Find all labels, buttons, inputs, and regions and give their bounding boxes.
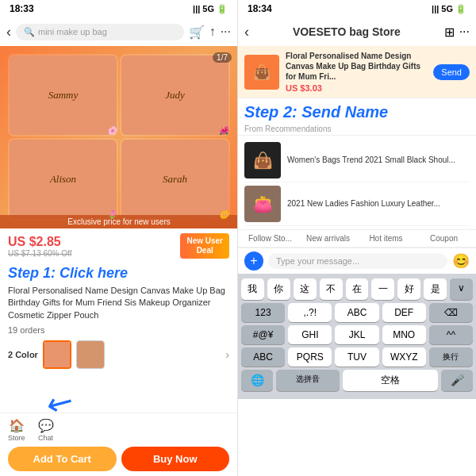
cart-icon[interactable]: 🛒 bbox=[189, 25, 205, 40]
search-input[interactable]: 🔍 mini make up bag bbox=[16, 24, 184, 40]
key-expand[interactable]: ∨ bbox=[450, 278, 473, 300]
tab-coupon-label: Coupon bbox=[430, 234, 458, 243]
key-caret[interactable]: ^^ bbox=[429, 325, 473, 344]
new-user-badge: New User Deal bbox=[180, 233, 229, 259]
store-title: VOESETO bag Store bbox=[255, 25, 438, 38]
chat-icon: 💬 bbox=[38, 418, 54, 433]
color-swatch-1[interactable] bbox=[43, 340, 71, 369]
share-icon[interactable]: ↑ bbox=[209, 25, 216, 39]
tab-follow-store-label: Follow Sto... bbox=[248, 234, 292, 243]
product-name-2: 2021 New Ladies Fashion Luxury Leather..… bbox=[287, 198, 440, 209]
left-back-button[interactable]: ‹ bbox=[6, 24, 11, 40]
swatch-inner-2 bbox=[77, 341, 104, 368]
key-ghi[interactable]: GHI bbox=[288, 325, 332, 344]
tab-follow-store[interactable]: Follow Sto... bbox=[241, 230, 299, 247]
color-swatch-2[interactable] bbox=[76, 340, 105, 369]
product-thumb-1: 👜 bbox=[244, 142, 281, 178]
key-mic[interactable]: 🎤 bbox=[441, 370, 473, 391]
right-back-button[interactable]: ‹ bbox=[244, 24, 249, 40]
list-item[interactable]: 👜 Women's Bags Trend 2021 Small Black Sh… bbox=[244, 139, 470, 182]
image-counter: 1/7 bbox=[213, 52, 232, 63]
chat-label: Chat bbox=[38, 434, 53, 442]
add-message-button[interactable]: + bbox=[244, 251, 263, 271]
key-mno[interactable]: MNO bbox=[382, 325, 426, 344]
tabs-row: Follow Sto... New arrivals Hot items Cou… bbox=[238, 229, 476, 248]
step2-label: Step 2: Send Name bbox=[238, 98, 476, 123]
key-backspace[interactable]: ⌫ bbox=[429, 303, 473, 322]
key-pqrs[interactable]: PQRS bbox=[288, 347, 332, 367]
key-def[interactable]: DEF bbox=[382, 303, 426, 322]
key-tuv[interactable]: TUV bbox=[335, 347, 378, 367]
promo-bag-icon: 👜 bbox=[253, 63, 271, 81]
right-network: 5G bbox=[441, 4, 453, 13]
product-title: Floral Personalised Name Design Canvas M… bbox=[0, 283, 237, 323]
key-wxyz[interactable]: WXYZ bbox=[382, 347, 426, 367]
color-row: 2 Color › bbox=[0, 337, 237, 372]
promo-product-image: 👜 bbox=[244, 55, 279, 90]
buy-now-button[interactable]: Buy Now bbox=[121, 447, 230, 471]
tab-new-arrivals-label: New arrivals bbox=[306, 234, 350, 243]
right-status-icons: ||| 5G 🔋 bbox=[432, 4, 466, 14]
key-shi[interactable]: 是 bbox=[424, 278, 447, 300]
tab-coupon[interactable]: Coupon bbox=[415, 230, 473, 247]
bag-name-judy: Judy bbox=[165, 89, 185, 102]
left-panel: 18:33 ||| 5G 🔋 ‹ 🔍 mini make up bag 🛒 ↑ … bbox=[0, 0, 238, 476]
exclusive-banner: Exclusive price for new users bbox=[0, 215, 238, 228]
tab-hot-items[interactable]: Hot items bbox=[357, 230, 415, 247]
left-battery-icon: 🔋 bbox=[217, 4, 228, 14]
key-yi[interactable]: 一 bbox=[371, 278, 394, 300]
product-image-area: Sammy 🌸 Judy 🌺 Alison 🌷 Sarah 🌼 Exclusiv… bbox=[0, 46, 238, 228]
left-time: 18:33 bbox=[10, 3, 34, 14]
store-nav-item[interactable]: 🏠 Store bbox=[8, 418, 25, 442]
search-text: mini make up bag bbox=[38, 27, 107, 36]
message-input[interactable]: Type your message... bbox=[268, 253, 447, 269]
key-123[interactable]: 123 bbox=[241, 303, 285, 322]
bottom-bar: 🏠 Store 💬 Chat Add To Cart Buy Now bbox=[0, 413, 237, 476]
promo-title: Floral Personalised Name Design Canvas M… bbox=[286, 51, 427, 82]
bag-sarah: Sarah 🌼 bbox=[120, 138, 230, 221]
key-abc-shift[interactable]: ABC bbox=[241, 347, 285, 367]
right-time: 18:34 bbox=[248, 3, 272, 14]
product-name-1: Women's Bags Trend 2021 Small Black Shou… bbox=[287, 155, 455, 166]
key-globe[interactable]: 🌐 bbox=[241, 370, 273, 391]
key-enter[interactable]: 换行 bbox=[429, 347, 473, 367]
right-more-icon[interactable]: ··· bbox=[459, 25, 470, 39]
key-hao[interactable]: 好 bbox=[397, 278, 420, 300]
add-to-cart-button[interactable]: Add To Cart bbox=[8, 447, 117, 471]
left-status-bar: 18:33 ||| 5G 🔋 bbox=[0, 0, 237, 17]
product-list: 👜 Women's Bags Trend 2021 Small Black Sh… bbox=[238, 136, 476, 229]
promo-banner: 👜 Floral Personalised Name Design Canvas… bbox=[238, 46, 476, 98]
bag-name-sarah: Sarah bbox=[163, 173, 187, 186]
keyboard-row-chinese: 我 你 这 不 在 一 好 是 ∨ bbox=[241, 278, 473, 300]
key-special[interactable]: #@¥ bbox=[241, 325, 285, 344]
search-icon: 🔍 bbox=[24, 27, 35, 37]
key-pinyin[interactable]: 选拼音 bbox=[276, 370, 340, 391]
send-button[interactable]: Send bbox=[433, 64, 470, 80]
keyboard-row-5: 🌐 选拼音 空格 🎤 bbox=[241, 370, 473, 391]
key-zai[interactable]: 在 bbox=[346, 278, 369, 300]
key-abc-top[interactable]: ABC bbox=[335, 303, 378, 322]
key-wo[interactable]: 我 bbox=[241, 278, 264, 300]
orig-price: US $7.13 60% Off bbox=[8, 249, 71, 258]
recommend-title: From Recommendations bbox=[238, 123, 476, 136]
bag-alison: Alison 🌷 bbox=[8, 138, 118, 221]
bag-name-alison: Alison bbox=[50, 173, 76, 186]
key-punct[interactable]: ,.?! bbox=[288, 303, 332, 322]
key-space[interactable]: 空格 bbox=[343, 370, 438, 391]
color-label: 2 Color bbox=[8, 350, 38, 359]
key-zhe[interactable]: 这 bbox=[294, 278, 317, 300]
promo-text: Floral Personalised Name Design Canvas M… bbox=[286, 51, 427, 93]
keyboard-row-2: 123 ,.?! ABC DEF ⌫ bbox=[241, 303, 473, 322]
bottom-icons: 🏠 Store 💬 Chat bbox=[8, 418, 229, 442]
chat-nav-item[interactable]: 💬 Chat bbox=[38, 418, 54, 442]
tab-new-arrivals[interactable]: New arrivals bbox=[299, 230, 357, 247]
key-jkl[interactable]: JKL bbox=[335, 325, 378, 344]
emoji-button[interactable]: 😊 bbox=[452, 252, 470, 270]
key-ni[interactable]: 你 bbox=[267, 278, 290, 300]
store-grid-icon[interactable]: ⊞ bbox=[444, 25, 455, 40]
left-signal-icon: ||| bbox=[193, 4, 200, 13]
new-user-line1: New User bbox=[186, 236, 223, 245]
list-item[interactable]: 👛 2021 New Ladies Fashion Luxury Leather… bbox=[244, 182, 470, 226]
more-icon[interactable]: ··· bbox=[221, 25, 231, 39]
key-bu[interactable]: 不 bbox=[320, 278, 343, 300]
